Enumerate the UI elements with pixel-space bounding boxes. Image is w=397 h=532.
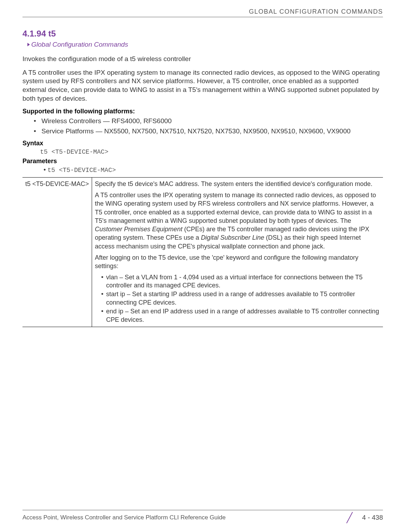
- slash-logo-icon: [343, 512, 356, 523]
- footer-left-text: Access Point, Wireless Controller and Se…: [22, 514, 226, 521]
- italic-span: Customer Premises Equipment: [95, 226, 182, 233]
- param-desc-2: A T5 controller uses the IPX operating s…: [95, 191, 380, 251]
- arrow-icon: [27, 43, 30, 46]
- breadcrumb[interactable]: Global Configuration Commands: [27, 41, 383, 48]
- page-header: GLOBAL CONFIGURATION COMMANDS: [22, 8, 383, 17]
- supported-list: Wireless Controllers — RFS4000, RFS6000 …: [22, 117, 383, 136]
- param-desc-cell: Specify the t5 device's MAC address. The…: [92, 177, 383, 327]
- intro-paragraph-1: Invokes the configuration mode of a t5 w…: [22, 55, 383, 64]
- setting-item: end ip – Set an end IP address used in a…: [101, 307, 380, 324]
- page-number: 4 - 438: [362, 514, 383, 521]
- syntax-value: t5 <T5-DEVICE-MAC>: [40, 148, 383, 155]
- parameter-bullet: t5 <T5-DEVICE-MAC>: [44, 166, 383, 174]
- section-title: 4.1.94 t5: [22, 29, 383, 39]
- parameters-table: t5 <T5-DEVICE-MAC> Specify the t5 device…: [22, 177, 383, 327]
- supported-item: Service Platforms — NX5500, NX7500, NX75…: [34, 127, 383, 136]
- param-desc-3: After logging on to the T5 device, use t…: [95, 253, 380, 271]
- supported-heading: Supported in the following platforms:: [22, 108, 383, 115]
- parameters-heading: Parameters: [22, 158, 383, 165]
- page-footer: Access Point, Wireless Controller and Se…: [22, 510, 383, 523]
- breadcrumb-text: Global Configuration Commands: [31, 41, 128, 48]
- content-area: 4.1.94 t5 Global Configuration Commands …: [22, 29, 383, 327]
- param-name-cell: t5 <T5-DEVICE-MAC>: [22, 177, 92, 327]
- setting-item: start ip – Set a starting IP address use…: [101, 290, 380, 307]
- footer-right: 4 - 438: [343, 512, 383, 523]
- table-row: t5 <T5-DEVICE-MAC> Specify the t5 device…: [22, 177, 383, 327]
- setting-item: vlan – Set a VLAN from 1 - 4,094 used as…: [101, 273, 380, 290]
- italic-span: Digital Subscriber Line: [201, 234, 264, 241]
- intro-paragraph-2: A T5 controller uses the IPX operating s…: [22, 68, 383, 103]
- text-span: A T5 controller uses the IPX operating s…: [95, 192, 376, 224]
- param-desc-1: Specify the t5 device's MAC address. The…: [95, 180, 380, 188]
- supported-item: Wireless Controllers — RFS4000, RFS6000: [34, 117, 383, 126]
- syntax-heading: Syntax: [22, 140, 383, 147]
- settings-list: vlan – Set a VLAN from 1 - 4,094 used as…: [95, 273, 380, 324]
